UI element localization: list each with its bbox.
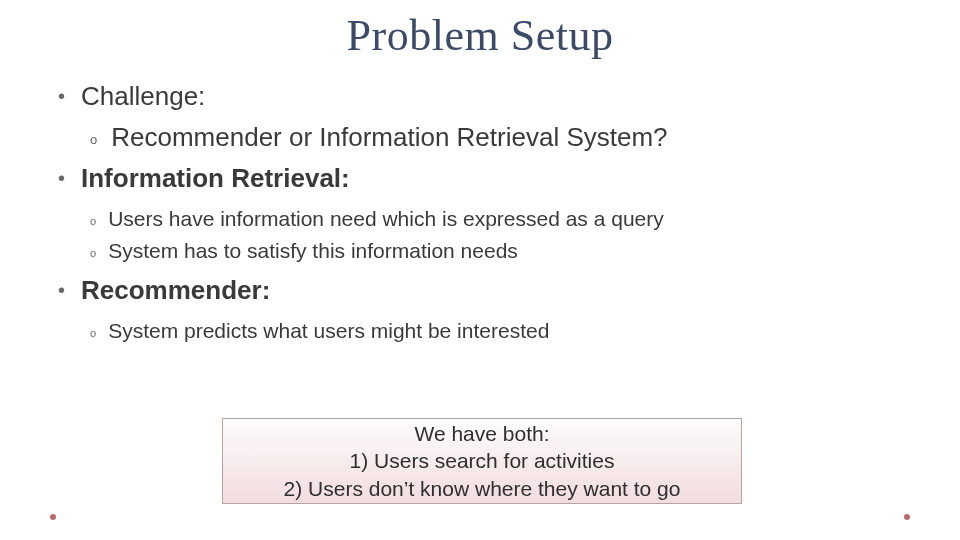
sub-list: o System predicts what users might be in… [58,316,912,345]
circle-icon: o [90,326,96,341]
callout-line: 2) Users don’t know where they want to g… [284,475,681,502]
sub-list: o Users have information need which is e… [58,204,912,265]
list-item: o System predicts what users might be in… [90,316,912,345]
decor-dot-icon [50,514,56,520]
list-item: o Recommender or Information Retrieval S… [90,120,912,155]
slide-title: Problem Setup [48,10,912,61]
circle-icon: o [90,131,97,149]
bullet-icon: • [58,86,65,106]
bullet-challenge: • Challenge: [58,79,912,114]
sub-bullet-text: Users have information need which is exp… [108,204,664,233]
circle-icon: o [90,214,96,229]
bullet-ir: • Information Retrieval: [58,161,912,196]
sub-bullet-text: System predicts what users might be inte… [108,316,549,345]
bullet-icon: • [58,280,65,300]
bullet-list: • Challenge: o Recommender or Informatio… [48,79,912,346]
sub-bullet-text: Recommender or Information Retrieval Sys… [111,120,667,155]
decor-dot-icon [904,514,910,520]
list-item: • Challenge: o Recommender or Informatio… [58,79,912,155]
list-item: o Users have information need which is e… [90,204,912,233]
bullet-icon: • [58,168,65,188]
list-item: • Information Retrieval: o Users have in… [58,161,912,265]
bullet-label: Challenge: [81,79,205,114]
bullet-recommender: • Recommender: [58,273,912,308]
callout-line: We have both: [414,420,549,447]
sub-list: o Recommender or Information Retrieval S… [58,120,912,155]
list-item: • Recommender: o System predicts what us… [58,273,912,345]
sub-bullet-text: System has to satisfy this information n… [108,236,518,265]
list-item: o System has to satisfy this information… [90,236,912,265]
bullet-label: Information Retrieval: [81,161,350,196]
callout-box: We have both: 1) Users search for activi… [222,418,742,504]
slide: Problem Setup • Challenge: o Recommender… [0,0,960,540]
bullet-label: Recommender: [81,273,270,308]
callout-line: 1) Users search for activities [350,447,615,474]
circle-icon: o [90,246,96,261]
